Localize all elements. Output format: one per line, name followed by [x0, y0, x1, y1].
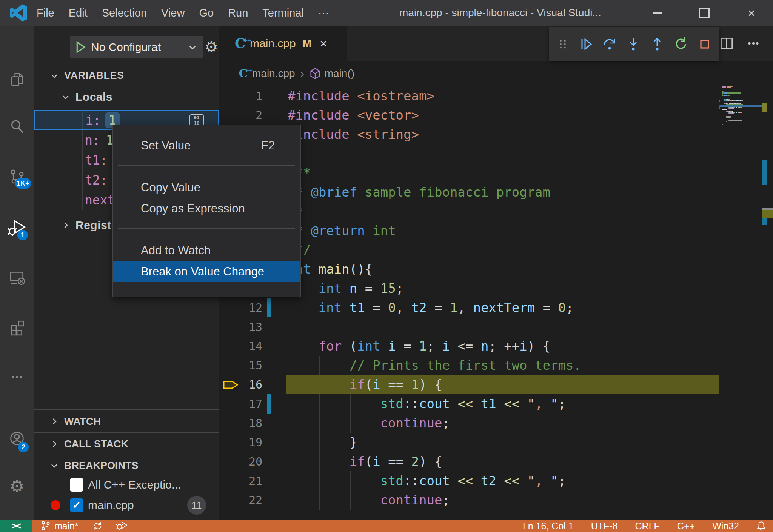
- menu-item-set-value[interactable]: Set ValueF2: [113, 135, 300, 156]
- git-branch-item[interactable]: main*: [41, 521, 79, 532]
- glyph-margin[interactable]: [219, 490, 243, 510]
- code-line[interactable]: 2#include <vector>: [219, 106, 719, 125]
- gutter[interactable]: [262, 298, 288, 317]
- code-line[interactable]: 16 if(i == 1) {: [219, 375, 719, 394]
- glyph-margin[interactable]: [219, 471, 243, 490]
- code-line[interactable]: 21 std::cout << t2 << ", ";: [219, 471, 719, 490]
- tab-main-cpp[interactable]: C++ main.cpp M ×: [219, 26, 347, 61]
- extensions-icon[interactable]: [0, 309, 34, 346]
- menu-file[interactable]: File: [29, 0, 62, 26]
- menu-item-copy-as-expression[interactable]: Copy as Expression: [113, 198, 300, 219]
- line-number[interactable]: 1: [243, 89, 262, 103]
- code-line[interactable]: 14 for (int i = 1; i <= n; ++i) {: [219, 337, 719, 356]
- menu-terminal[interactable]: Terminal: [255, 0, 311, 26]
- breakpoint-checkbox[interactable]: [70, 478, 83, 492]
- gutter[interactable]: [262, 375, 288, 394]
- status-item-utf-8[interactable]: UTF-8: [591, 521, 618, 532]
- code-line[interactable]: 15 // Prints the first two terms.: [219, 356, 719, 375]
- glyph-margin[interactable]: [219, 433, 243, 452]
- run-and-debug-icon[interactable]: 1: [0, 209, 34, 246]
- minimap[interactable]: [719, 86, 773, 520]
- search-icon[interactable]: [0, 109, 34, 145]
- menu-item-break-on-value-change[interactable]: Break on Value Change: [113, 261, 300, 282]
- accounts-icon[interactable]: 2: [0, 421, 34, 457]
- glyph-margin[interactable]: [219, 317, 243, 337]
- gutter[interactable]: [262, 356, 288, 375]
- gutter[interactable]: [262, 337, 288, 356]
- menu-item-copy-value[interactable]: Copy Value: [113, 177, 300, 198]
- close-button[interactable]: ×: [734, 0, 769, 26]
- status-item-crlf[interactable]: CRLF: [635, 521, 660, 532]
- gutter[interactable]: [262, 86, 288, 106]
- explorer-icon[interactable]: [0, 62, 34, 98]
- line-number[interactable]: 14: [243, 340, 262, 353]
- split-editor-icon[interactable]: [718, 35, 735, 52]
- gutter[interactable]: [262, 490, 288, 510]
- sync-changes-item[interactable]: [93, 521, 103, 531]
- maximize-button[interactable]: [687, 0, 722, 26]
- glyph-margin[interactable]: [219, 356, 243, 375]
- tab-close-icon[interactable]: ×: [320, 36, 327, 51]
- line-number[interactable]: 22: [243, 494, 262, 507]
- code-line[interactable]: 17 std::cout << t1 << ", ";: [219, 394, 719, 414]
- more-views-icon[interactable]: [0, 359, 34, 395]
- continue-button[interactable]: [577, 36, 594, 52]
- call-stack-section-header[interactable]: CALL STACK: [34, 432, 219, 455]
- gutter[interactable]: [262, 317, 288, 337]
- menu-edit[interactable]: Edit: [62, 0, 95, 26]
- watch-section-header[interactable]: WATCH: [34, 409, 219, 433]
- variables-section-header[interactable]: VARIABLES: [50, 70, 124, 81]
- gutter[interactable]: [262, 452, 288, 471]
- code-line[interactable]: 12 int t1 = 0, t2 = 1, nextTerm = 0;: [219, 298, 719, 317]
- code-line[interactable]: 13: [219, 317, 719, 337]
- menu-run[interactable]: Run: [221, 0, 255, 26]
- settings-gear-icon[interactable]: ⚙: [0, 468, 34, 504]
- step-out-button[interactable]: [649, 36, 665, 52]
- gutter[interactable]: [262, 394, 288, 414]
- status-item-ln-16-col-1[interactable]: Ln 16, Col 1: [523, 521, 574, 532]
- line-number[interactable]: 20: [243, 455, 262, 468]
- editor-more-actions-icon[interactable]: [745, 35, 762, 52]
- source-control-icon[interactable]: 1K+: [0, 158, 34, 195]
- breakpoint-row[interactable]: ✓main.cpp11: [34, 495, 219, 515]
- glyph-margin[interactable]: [219, 414, 243, 433]
- glyph-margin[interactable]: [219, 375, 243, 394]
- breadcrumb-symbol[interactable]: main(): [325, 68, 354, 80]
- breakpoint-checkbox[interactable]: ✓: [70, 498, 83, 512]
- gutter[interactable]: [262, 471, 288, 490]
- status-item-c-[interactable]: C++: [677, 521, 695, 532]
- code-line[interactable]: 20 if(i == 2) {: [219, 452, 719, 471]
- breakpoints-section-header[interactable]: BREAKPOINTS: [34, 455, 219, 476]
- line-number[interactable]: 16: [243, 378, 262, 391]
- menu-item-add-to-watch[interactable]: Add to Watch: [113, 240, 300, 261]
- glyph-margin[interactable]: [219, 394, 243, 414]
- launch-configuration-dropdown[interactable]: No Configurat: [70, 36, 203, 58]
- menu-view[interactable]: View: [154, 0, 192, 26]
- glyph-margin[interactable]: [219, 86, 243, 106]
- line-number[interactable]: 2: [243, 109, 262, 122]
- code-line[interactable]: 1#include <iostream>: [219, 86, 719, 106]
- menu-selection[interactable]: Selection: [95, 0, 154, 26]
- breadcrumb-file[interactable]: main.cpp: [252, 68, 295, 80]
- code-line[interactable]: 18 continue;: [219, 414, 719, 433]
- configure-gear-icon[interactable]: ⚙: [205, 38, 218, 55]
- line-number[interactable]: 19: [243, 436, 262, 449]
- step-over-button[interactable]: [601, 36, 618, 52]
- breakpoint-row[interactable]: All C++ Exceptio...: [34, 475, 219, 495]
- remote-explorer-icon[interactable]: [0, 260, 34, 296]
- line-number[interactable]: 21: [243, 474, 262, 487]
- stop-button[interactable]: [696, 36, 713, 52]
- notifications-bell-icon[interactable]: [756, 521, 766, 531]
- minimize-button[interactable]: [640, 0, 675, 26]
- line-number[interactable]: 12: [243, 301, 262, 314]
- glyph-margin[interactable]: [219, 452, 243, 471]
- debug-session-item[interactable]: [116, 521, 128, 531]
- menu-go[interactable]: Go: [192, 0, 221, 26]
- status-item-win32[interactable]: Win32: [712, 521, 739, 532]
- locals-scope-header[interactable]: Locals: [61, 91, 112, 103]
- code-line[interactable]: 19 }: [219, 433, 719, 452]
- line-number[interactable]: 17: [243, 397, 262, 411]
- line-number[interactable]: 15: [243, 359, 262, 372]
- line-number[interactable]: 18: [243, 417, 262, 430]
- line-number[interactable]: 13: [243, 320, 262, 334]
